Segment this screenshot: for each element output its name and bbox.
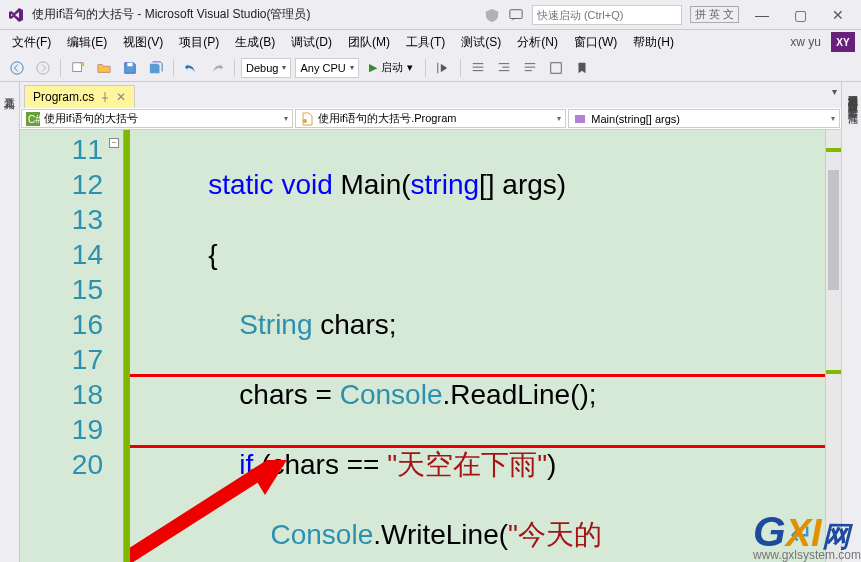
- quick-launch-input[interactable]: [532, 5, 682, 25]
- titlebar: 使用if语句的大括号 - Microsoft Visual Studio(管理员…: [0, 0, 861, 30]
- toolbar: Debug▾ Any CPU▾ ▶启动▾: [0, 54, 861, 82]
- undo-button[interactable]: [180, 57, 202, 79]
- tab-strip: Program.cs ✕ ▾: [20, 82, 841, 108]
- feedback-icon[interactable]: [508, 7, 524, 23]
- minimize-button[interactable]: —: [747, 3, 777, 27]
- menu-file[interactable]: 文件(F): [6, 32, 57, 53]
- svg-point-1: [11, 61, 23, 73]
- vs-logo-icon: [8, 7, 24, 23]
- right-panel-tabs: 解决方案资源管理器 团队资源管理器 诊断工具 属性: [841, 82, 861, 562]
- start-debug-button[interactable]: ▶启动▾: [363, 58, 419, 78]
- class-icon: [300, 112, 314, 126]
- method-icon: [573, 112, 587, 126]
- user-badge[interactable]: XY: [831, 32, 855, 52]
- svg-rect-3: [73, 62, 82, 71]
- nav-fwd-button[interactable]: [32, 57, 54, 79]
- menubar: 文件(F) 编辑(E) 视图(V) 项目(P) 生成(B) 调试(D) 团队(M…: [0, 30, 861, 54]
- signed-in-user[interactable]: xw yu: [784, 35, 827, 49]
- close-button[interactable]: ✕: [823, 3, 853, 27]
- config-combo[interactable]: Debug▾: [241, 58, 291, 78]
- new-project-button[interactable]: [67, 57, 89, 79]
- menu-view[interactable]: 视图(V): [117, 32, 169, 53]
- nav-member-combo[interactable]: Main(string[] args)▾: [568, 109, 840, 128]
- outdent-button[interactable]: [493, 57, 515, 79]
- line-gutter: − 111213 141516 17 181920: [20, 130, 124, 562]
- menu-window[interactable]: 窗口(W): [568, 32, 623, 53]
- menu-debug[interactable]: 调试(D): [285, 32, 338, 53]
- indent-button[interactable]: [467, 57, 489, 79]
- toolbox-panel[interactable]: 工具箱: [0, 82, 20, 562]
- menu-edit[interactable]: 编辑(E): [61, 32, 113, 53]
- tab-label: Program.cs: [33, 90, 94, 104]
- window-title: 使用if语句的大括号 - Microsoft Visual Studio(管理员…: [32, 6, 311, 23]
- save-all-button[interactable]: [145, 57, 167, 79]
- tab-program-cs[interactable]: Program.cs ✕: [24, 85, 135, 108]
- code-editor[interactable]: − 111213 141516 17 181920 static void Ma…: [20, 130, 841, 562]
- tab-close-button[interactable]: ✕: [116, 90, 126, 104]
- maximize-button[interactable]: ▢: [785, 3, 815, 27]
- pin-icon[interactable]: [100, 92, 110, 102]
- comment-button[interactable]: [519, 57, 541, 79]
- svg-text:C#: C#: [28, 114, 40, 125]
- scrollbar-thumb[interactable]: [828, 170, 839, 290]
- svg-rect-9: [575, 115, 585, 123]
- menu-team[interactable]: 团队(M): [342, 32, 396, 53]
- notification-icon[interactable]: [484, 7, 500, 23]
- vertical-scrollbar[interactable]: [825, 130, 841, 562]
- redo-button[interactable]: [206, 57, 228, 79]
- menu-tools[interactable]: 工具(T): [400, 32, 451, 53]
- open-button[interactable]: [93, 57, 115, 79]
- svg-rect-0: [510, 9, 522, 18]
- svg-rect-5: [550, 62, 561, 73]
- ime-indicator[interactable]: 拼 英 文: [690, 6, 739, 23]
- menu-help[interactable]: 帮助(H): [627, 32, 680, 53]
- uncomment-button[interactable]: [545, 57, 567, 79]
- step-button[interactable]: [432, 57, 454, 79]
- nav-scope-combo[interactable]: C# 使用if语句的大括号▾: [21, 109, 293, 128]
- nav-class-combo[interactable]: 使用if语句的大括号.Program▾: [295, 109, 567, 128]
- menu-build[interactable]: 生成(B): [229, 32, 281, 53]
- menu-analyze[interactable]: 分析(N): [511, 32, 564, 53]
- svg-point-2: [37, 61, 49, 73]
- csharp-project-icon: C#: [26, 112, 40, 126]
- menu-project[interactable]: 项目(P): [173, 32, 225, 53]
- svg-rect-4: [127, 62, 132, 66]
- nav-back-button[interactable]: [6, 57, 28, 79]
- menu-test[interactable]: 测试(S): [455, 32, 507, 53]
- code-content[interactable]: static void Main(string[] args) { String…: [130, 130, 825, 562]
- outline-toggle[interactable]: −: [109, 138, 119, 148]
- nav-bar: C# 使用if语句的大括号▾ 使用if语句的大括号.Program▾ Main(…: [20, 108, 841, 130]
- play-icon: ▶: [369, 61, 377, 74]
- svg-point-8: [303, 119, 307, 123]
- platform-combo[interactable]: Any CPU▾: [295, 58, 358, 78]
- tab-overflow-button[interactable]: ▾: [832, 86, 837, 97]
- save-button[interactable]: [119, 57, 141, 79]
- bookmark-button[interactable]: [571, 57, 593, 79]
